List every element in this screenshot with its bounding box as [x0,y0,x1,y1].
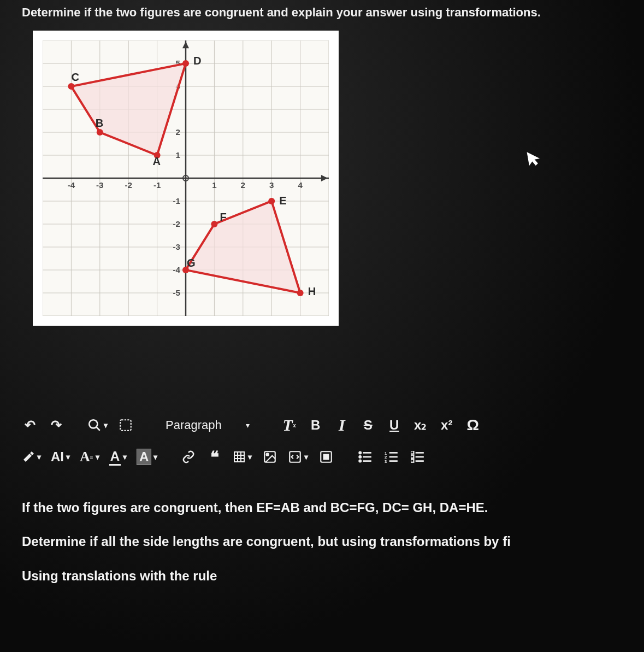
svg-text:2: 2 [176,127,180,137]
block-format-label: Paragraph [166,418,222,432]
svg-text:G: G [187,257,196,269]
svg-rect-76 [323,454,329,460]
svg-text:C: C [71,71,79,83]
superscript-button[interactable]: x² [439,415,455,435]
svg-point-79 [359,456,361,457]
svg-text:-1: -1 [173,196,180,205]
svg-marker-26 [321,175,328,181]
svg-rect-67 [234,452,244,462]
block-format-select[interactable]: Paragraph ▾ [157,418,258,432]
embed-button[interactable]: ▾ [288,447,308,467]
bullet-list-button[interactable] [357,447,374,467]
svg-text:-4: -4 [68,180,75,190]
clear-format-button[interactable]: Tx [281,415,298,435]
ai-button[interactable]: AI▾ [51,447,70,467]
svg-point-62 [297,290,304,296]
svg-marker-46 [71,63,186,155]
svg-rect-89 [411,451,413,454]
answer-line-3: Using translations with the rule [22,559,628,593]
svg-marker-27 [182,42,189,48]
answer-editor[interactable]: If the two figures are congruent, then E… [16,491,628,593]
svg-text:A: A [153,155,161,167]
subscript-button[interactable]: x₂ [412,415,429,435]
svg-rect-93 [411,459,413,462]
svg-marker-55 [186,201,300,293]
pen-button[interactable]: ▾ [22,447,41,467]
answer-line-2: Determine if all the side lengths are co… [22,525,628,559]
svg-text:1: 1 [176,150,180,160]
svg-text:3: 3 [385,459,387,463]
fullscreen-button[interactable] [117,415,134,435]
italic-button[interactable]: I [334,415,350,435]
svg-point-81 [359,460,361,462]
highlight-button[interactable]: A▾ [137,447,157,467]
underline-button[interactable]: U [386,415,403,435]
svg-point-77 [359,452,361,454]
task-list-button[interactable] [410,447,426,467]
editor-toolbar: ↶ ↷ ▾ Paragraph ▾ Tx B I S U x₂ x² Ω ▾ A… [16,413,628,469]
svg-point-58 [211,221,217,227]
mouse-cursor-icon [525,149,543,172]
strike-button[interactable]: S [360,415,376,435]
svg-text:E: E [279,195,286,207]
media-button[interactable] [318,447,334,467]
chevron-down-icon: ▾ [246,421,250,430]
svg-point-64 [89,420,97,428]
chevron-down-icon: ▾ [304,453,308,461]
svg-text:4: 4 [298,180,303,190]
quote-button[interactable]: ❝ [206,447,223,467]
svg-line-65 [96,427,100,431]
graph-svg: -4-3-2-11234-5-4-3-2-11245ABCDEFGH [43,40,329,316]
coordinate-graph: -4-3-2-11234-5-4-3-2-11245ABCDEFGH [33,31,339,326]
svg-text:B: B [96,117,104,129]
bold-button[interactable]: B [308,415,324,435]
svg-point-51 [68,83,74,90]
svg-point-73 [267,454,269,456]
svg-point-49 [97,129,103,136]
zoom-button[interactable]: ▾ [87,415,108,435]
svg-text:-5: -5 [173,288,180,297]
toolbar-row-1: ↶ ↷ ▾ Paragraph ▾ Tx B I S U x₂ x² Ω [22,413,628,437]
svg-text:F: F [220,211,226,223]
image-button[interactable] [262,447,278,467]
number-list-button[interactable]: 123 [383,447,400,467]
font-family-button[interactable]: A≡▾ [80,447,99,467]
undo-button[interactable]: ↶ [22,415,38,435]
table-button[interactable]: ▾ [233,447,252,467]
svg-text:-3: -3 [173,242,180,251]
svg-text:D: D [193,55,202,67]
svg-text:-3: -3 [96,180,103,190]
chevron-down-icon: ▾ [248,453,252,461]
redo-button[interactable]: ↷ [48,415,64,435]
toolbar-row-2: ▾ AI▾ A≡▾ A▾ A▾ ❝ ▾ ▾ 123 [22,445,628,469]
special-char-button[interactable]: Ω [465,415,481,435]
svg-rect-91 [411,455,413,458]
link-button[interactable] [180,447,197,467]
svg-text:-1: -1 [153,180,161,190]
chevron-down-icon: ▾ [104,421,108,430]
svg-text:H: H [308,285,316,297]
svg-point-56 [268,198,275,204]
font-color-button[interactable]: A▾ [109,447,127,467]
svg-text:-4: -4 [173,265,180,274]
svg-rect-66 [120,420,131,431]
chevron-down-icon: ▾ [37,453,41,461]
svg-point-53 [182,60,189,67]
svg-text:1: 1 [212,180,216,190]
answer-line-1: If the two figures are congruent, then E… [22,491,628,525]
svg-text:-2: -2 [125,180,132,190]
svg-text:-2: -2 [173,219,180,228]
svg-text:3: 3 [269,180,274,190]
question-text: Determine if the two figures are congrue… [22,5,628,20]
svg-text:2: 2 [241,180,245,190]
